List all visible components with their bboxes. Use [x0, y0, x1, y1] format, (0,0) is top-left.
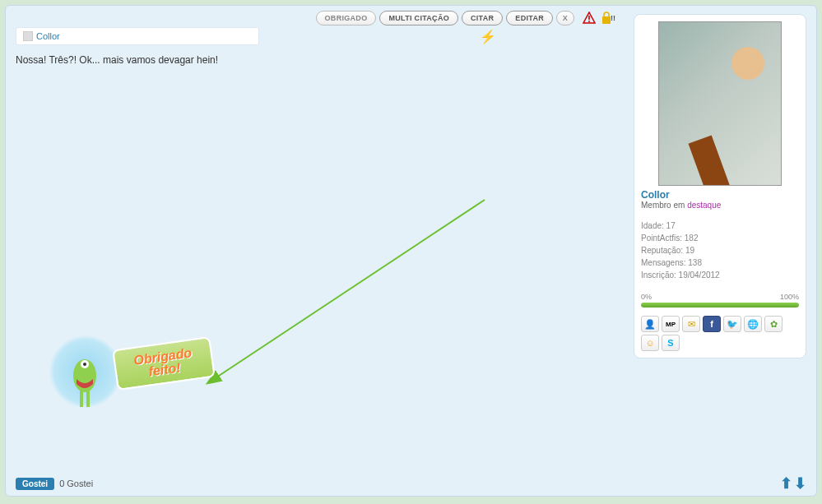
quote-box: Collor	[16, 27, 259, 45]
rep-label: Reputação:	[641, 246, 685, 255]
post-footer: Gostei 0 Gostei ⬆ ⬇	[6, 471, 816, 496]
progress-labels: 0% 100%	[641, 293, 799, 301]
mood-icon[interactable]: ☺	[641, 335, 659, 351]
svg-text:!!: !!	[611, 14, 615, 22]
svg-line-6	[216, 200, 485, 377]
svg-point-2	[588, 21, 590, 22]
badge-line2: feito!	[148, 361, 182, 378]
age-value: 17	[666, 221, 676, 230]
points-value: 182	[685, 234, 699, 243]
age-label: Idade:	[641, 221, 666, 230]
insc-label: Inscrição:	[641, 270, 679, 280]
user-title-highlight: destaque	[687, 201, 721, 210]
progress-fill	[641, 303, 799, 307]
facebook-icon[interactable]: f	[703, 316, 721, 332]
down-arrow-icon[interactable]: ⬇	[794, 474, 806, 492]
like-button[interactable]: Gostei	[16, 478, 54, 490]
lock-icon[interactable]: !!	[601, 12, 617, 25]
msg-value: 138	[688, 258, 702, 267]
quote-author-link[interactable]: Collor	[36, 31, 60, 41]
editar-button[interactable]: EDITAR	[506, 11, 553, 25]
email-icon[interactable]: ✉	[682, 316, 700, 332]
post-body: Collor Nossa! Três?! Ok... mais vamos de…	[16, 27, 620, 466]
progress-min: 0%	[641, 293, 652, 301]
monster-icon	[68, 351, 109, 409]
website-icon[interactable]: 🌐	[744, 316, 762, 332]
twitter-icon[interactable]: 🐦	[723, 316, 741, 332]
citar-button[interactable]: CITAR	[462, 11, 503, 25]
obrigado-button[interactable]: OBRIGADO	[316, 11, 377, 25]
up-arrow-icon[interactable]: ⬆	[780, 474, 792, 492]
svg-rect-3	[602, 16, 611, 24]
rep-value: 19	[685, 246, 694, 255]
user-stats: Idade: 17 PointActfis: 182 Reputação: 19…	[641, 220, 799, 281]
user-title: Membro em destaque	[641, 201, 799, 210]
quote-icon	[23, 31, 33, 41]
user-avatar[interactable]	[658, 21, 782, 186]
post-actions-bar: OBRIGADO MULTI CITAÇÃO CITAR EDITAR X !!	[308, 6, 625, 29]
points-label: PointActfis:	[641, 234, 685, 243]
progress-bar	[641, 303, 799, 307]
post-container: OBRIGADO MULTI CITAÇÃO CITAR EDITAR X !!…	[5, 5, 817, 497]
pm-icon[interactable]: MP	[662, 316, 680, 332]
user-title-prefix: Membro em	[641, 201, 687, 210]
like-count: 0 Gostei	[59, 479, 93, 488]
profile-icon[interactable]: 👤	[641, 316, 659, 332]
arrow-annotation	[205, 192, 493, 389]
svg-point-9	[83, 363, 86, 366]
progress-max: 100%	[780, 293, 799, 301]
username-link[interactable]: Collor	[641, 189, 799, 201]
close-button[interactable]: X	[556, 11, 574, 25]
report-icon[interactable]	[583, 12, 596, 25]
insc-value: 19/04/2012	[679, 270, 720, 280]
msg-label: Mensagens:	[641, 258, 688, 267]
thanks-badge: Obrigado feito!	[49, 318, 213, 417]
nav-arrows: ⬆ ⬇	[780, 474, 806, 492]
svg-rect-1	[588, 16, 590, 20]
svg-rect-11	[86, 391, 90, 407]
post-text: Nossa! Três?! Ok... mais vamos devagar h…	[16, 53, 620, 67]
like-box: Gostei 0 Gostei	[16, 478, 93, 490]
badge-text: Obrigado feito!	[112, 336, 216, 391]
multi-citacao-button[interactable]: MULTI CITAÇÃO	[379, 11, 458, 25]
user-panel: Collor Membro em destaque Idade: 17 Poin…	[634, 14, 806, 358]
msn-icon[interactable]: ✿	[764, 316, 783, 332]
svg-rect-10	[80, 391, 83, 407]
social-icons: 👤 MP ✉ f 🐦 🌐 ✿ ☺ S	[641, 316, 799, 351]
skype-icon[interactable]: S	[662, 335, 680, 351]
